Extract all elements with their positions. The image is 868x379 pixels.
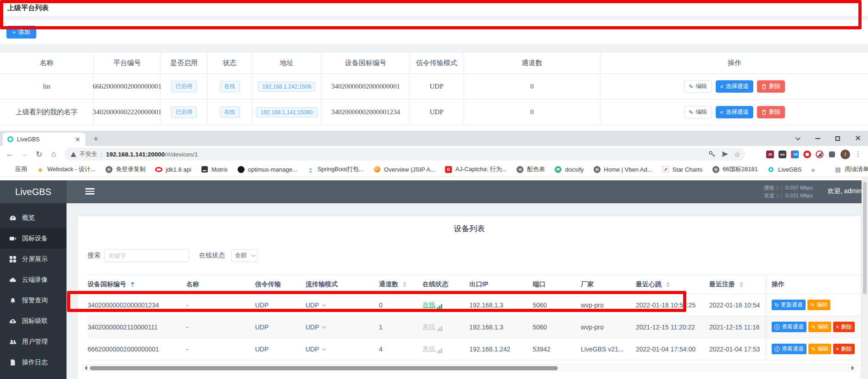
online-status-link[interactable]: 在线 xyxy=(423,301,442,309)
edit-button[interactable]: ✎编辑 xyxy=(808,322,831,332)
col-address: 地址 xyxy=(252,53,322,74)
stream-mode-select[interactable]: UDP xyxy=(306,301,379,309)
online-state-select[interactable]: 全部 xyxy=(231,249,258,262)
sidebar-item-overview[interactable]: 概览 xyxy=(0,207,67,228)
sidebar-item-gb-devices[interactable]: 国标设备 xyxy=(0,228,67,249)
online-status-link[interactable]: 离线 xyxy=(423,323,442,331)
col-actions: 操作 xyxy=(601,53,868,74)
vertical-scrollbar[interactable] xyxy=(862,177,868,379)
sort-icon xyxy=(740,282,743,287)
bookmark-jdk-api[interactable]: jdk1.8 api xyxy=(155,166,191,173)
bookmark-aj-captcha[interactable]: GAJ-Captcha: 行为... xyxy=(445,165,507,173)
update-channels-button[interactable]: ↻更新通道 xyxy=(772,300,806,310)
horizontal-scrollbar[interactable] xyxy=(82,364,857,371)
col-heartbeat[interactable]: 最近心跳 xyxy=(636,280,709,289)
stream-mode-select[interactable]: UDP xyxy=(306,323,379,331)
bookmark-star-charts[interactable]: ↗Star Charts xyxy=(662,166,703,173)
bookmark-motrix[interactable]: Motrix xyxy=(201,166,228,173)
profile-avatar[interactable]: I xyxy=(840,150,850,159)
add-platform-button[interactable]: + 添加 xyxy=(6,26,36,39)
col-device-id[interactable]: 设备国标编号 xyxy=(88,280,186,289)
online-status-link[interactable]: 离线 xyxy=(423,345,442,353)
stream-mode-select[interactable]: UDP xyxy=(306,346,379,353)
delete-button[interactable]: 删除 xyxy=(757,80,785,93)
browser-menu-icon[interactable]: ⋮ xyxy=(855,150,862,158)
bookmarks-overflow-icon[interactable]: » xyxy=(811,166,815,173)
sidebar-item-gb-cascade[interactable]: 国标级联 xyxy=(0,311,67,331)
scroll-right-icon[interactable] xyxy=(851,366,854,370)
oracle-icon xyxy=(155,167,162,172)
col-channels[interactable]: 通道数 xyxy=(379,280,423,289)
sidebar-item-basic-config[interactable]: 基础配置 xyxy=(0,373,67,379)
bookmark-vben[interactable]: ⊕Home | Vben Ad... xyxy=(593,166,652,173)
edit-button[interactable]: ✎ 编辑 xyxy=(684,80,712,93)
sidebar-item-operation-log[interactable]: 操作日志 xyxy=(0,352,67,373)
view-channels-button[interactable]: i查看通道 xyxy=(772,322,807,332)
welcome-user[interactable]: 欢迎, admin xyxy=(828,187,862,195)
col-vendor: 厂家 xyxy=(581,280,636,289)
extensions-puzzle-icon[interactable] xyxy=(828,150,836,158)
fe-extension-icon[interactable]: FE xyxy=(791,150,799,158)
bookmark-overview-jsip[interactable]: Overview (JSIP A... xyxy=(373,166,435,173)
x-icon: × xyxy=(836,324,839,330)
scroll-left-icon[interactable] xyxy=(84,366,87,370)
tab-search-button[interactable] xyxy=(787,131,807,146)
bookmark-webstack[interactable]: ◆Webstack - 设计... xyxy=(37,165,95,173)
sidebar-item-cloud-record[interactable]: 云端录像 xyxy=(0,269,67,290)
tab-close-icon[interactable]: ✕ xyxy=(73,136,82,143)
back-button[interactable]: ← xyxy=(4,148,16,160)
bookmark-springboot[interactable]: ⌄⌄SpringBoot打包... xyxy=(307,165,364,173)
col-ip: 出口IP xyxy=(469,280,533,289)
bookmark-copy[interactable]: ⊕免登录复制 xyxy=(105,165,145,173)
delete-button[interactable]: 删除 xyxy=(757,106,785,118)
forward-button[interactable]: → xyxy=(18,148,30,160)
minimize-button[interactable] xyxy=(807,131,828,146)
url-field[interactable]: 不安全 192.168.1.141:20000 /#/devices/1 ☆ xyxy=(64,148,745,161)
sidebar-item-split-screen[interactable]: 分屏展示 xyxy=(0,249,67,269)
livegbs-app: LiveGBS 接收 ↑： 0.037 Mbps 发送 ↓： 0.021 Mbp… xyxy=(0,180,868,379)
reload-button[interactable]: ↻ xyxy=(33,148,45,160)
sidebar-item-user-management[interactable]: 用户管理 xyxy=(0,331,67,352)
camera-icon xyxy=(9,235,17,242)
browser-window: LiveGBS ✕ + ✕ ← → ↻ ⌂ 不安全 192.168.1.141:… xyxy=(0,131,868,379)
browser-tab-livegbs[interactable]: LiveGBS ✕ xyxy=(3,133,85,146)
bookmark-livegbs[interactable]: LiveGBS xyxy=(768,166,801,173)
address-badge: 192.168.1.141:15060 xyxy=(256,107,317,117)
minimize-icon xyxy=(815,138,820,139)
bookmark-apps[interactable]: 应用 xyxy=(5,165,27,173)
grid-icon xyxy=(9,256,17,263)
scrollbar-thumb[interactable] xyxy=(863,182,867,294)
select-channel-button[interactable]: < 选择通道 xyxy=(716,106,753,118)
send-icon[interactable] xyxy=(721,150,729,158)
maximize-button[interactable] xyxy=(828,131,848,146)
new-tab-button[interactable]: + xyxy=(90,133,102,145)
col-platform-id: 平台编号 xyxy=(94,53,161,74)
block-extension-icon[interactable] xyxy=(816,150,823,158)
mask-extension-icon[interactable]: oo xyxy=(779,150,786,158)
app-logo[interactable]: LiveGBS xyxy=(0,180,67,203)
delete-button[interactable]: ×删除 xyxy=(833,344,855,354)
bookmark-gb28181[interactable]: ⊕66国标28181 xyxy=(712,165,758,173)
col-device-gb-id: 设备国标编号 xyxy=(322,53,410,74)
search-input[interactable] xyxy=(104,249,189,262)
close-window-button[interactable]: ✕ xyxy=(848,131,868,146)
select-channel-button[interactable]: < 选择通道 xyxy=(716,80,753,93)
edit-button[interactable]: ✎编辑 xyxy=(807,300,830,310)
edit-button[interactable]: ✎ 编辑 xyxy=(684,106,712,118)
edit-button[interactable]: ✎编辑 xyxy=(808,344,831,354)
bookmark-color-table[interactable]: ⊕配色表 xyxy=(517,165,545,173)
delete-button[interactable]: ×删除 xyxy=(833,322,855,332)
scrollbar-thumb[interactable] xyxy=(90,366,558,370)
bookmark-optimus[interactable]: optimus-manage... xyxy=(237,166,297,173)
bookmark-star-icon[interactable]: ☆ xyxy=(734,150,740,159)
reading-list-button[interactable]: ▤阅读清单 xyxy=(835,165,868,173)
sidebar-toggle-icon[interactable] xyxy=(85,188,95,196)
bookmark-docsify[interactable]: docsify xyxy=(555,166,584,173)
sidebar-item-alarm-query[interactable]: 报警查询 xyxy=(0,290,67,311)
status-badge: 在线 xyxy=(220,106,240,118)
home-button[interactable]: ⌂ xyxy=(48,148,60,160)
adblock-hand-icon[interactable] xyxy=(803,150,811,158)
js-extension-icon[interactable]: JS xyxy=(766,150,774,158)
view-channels-button[interactable]: i查看通道 xyxy=(772,344,807,354)
password-key-icon[interactable] xyxy=(708,150,716,158)
